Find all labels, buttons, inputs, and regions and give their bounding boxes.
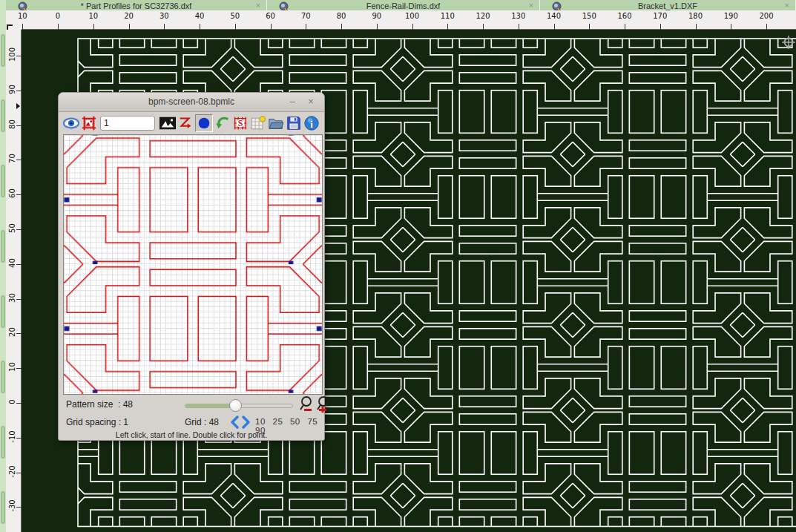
hruler-label: 0	[56, 12, 60, 20]
panel-strip-button[interactable]	[1, 361, 5, 393]
hruler-tick	[306, 24, 306, 30]
panel-strip-button[interactable]	[1, 34, 5, 67]
hruler-tick	[235, 24, 236, 30]
hruler-label: 20	[124, 12, 134, 20]
vruler-label: 40	[8, 252, 16, 274]
tab-close-icon[interactable]: ×	[529, 0, 533, 10]
horizontal-ruler: 1001020304050607080901001101201301401501…	[22, 10, 796, 30]
panel-strip-button[interactable]	[1, 426, 5, 459]
hruler-tick	[271, 24, 272, 30]
vruler-tick	[16, 264, 22, 265]
dialog-title: bpm-screen-08.bpmlc	[59, 93, 324, 111]
vruler-label: 30	[8, 286, 16, 309]
image-crop-icon[interactable]	[81, 115, 97, 131]
panel-strip-button[interactable]	[1, 165, 5, 197]
hruler-label: 40	[195, 12, 205, 20]
pattern-preview[interactable]	[63, 134, 323, 395]
hruler-label: 90	[372, 12, 381, 20]
dialog-titlebar[interactable]: bpm-screen-08.bpmlc – ×	[59, 93, 324, 112]
hruler-label: 200	[759, 12, 773, 20]
tab-close-icon[interactable]: ×	[785, 0, 789, 10]
new-grid-icon[interactable]	[250, 115, 266, 131]
hruler-tick	[58, 24, 59, 30]
vruler-label: 20	[8, 321, 16, 344]
dialog-status-text: Left click, start of line. Double click …	[59, 430, 324, 439]
zoom-in-icon[interactable]	[315, 395, 331, 413]
hruler-label: 110	[441, 12, 455, 20]
hruler-label: 60	[266, 12, 275, 20]
grid-decrease-chevron[interactable]	[229, 416, 240, 429]
panel-strip-button[interactable]	[1, 295, 5, 328]
vruler-tick	[16, 333, 22, 334]
vruler-tick	[16, 229, 22, 230]
tab-title: * Part Profiles for SC32736.dxf	[81, 1, 192, 11]
hruler-label: 150	[582, 12, 596, 20]
vruler-tick	[16, 160, 22, 160]
vruler-label: 10	[8, 356, 16, 378]
panel-strip-button[interactable]	[1, 99, 5, 132]
undo-icon[interactable]	[214, 115, 231, 131]
hruler-tick	[377, 24, 378, 30]
vruler-label: -20	[8, 460, 16, 482]
grid-row: Grid spacing : 1 Grid : 48 10 25 50 75 9…	[65, 414, 320, 430]
visibility-eye-icon[interactable]	[63, 115, 79, 131]
minimize-button[interactable]: –	[286, 93, 299, 111]
hruler-tick	[200, 24, 200, 30]
hruler-label: 30	[159, 12, 169, 20]
vruler-tick	[16, 403, 22, 404]
hruler-label: 190	[724, 12, 738, 20]
document-icon	[552, 1, 562, 10]
stitch-pattern-icon[interactable]: S	[232, 115, 249, 131]
hruler-tick	[625, 24, 625, 30]
vruler-tick	[16, 299, 22, 300]
vruler-tick	[16, 194, 22, 195]
hruler-tick	[129, 24, 130, 30]
open-file-icon[interactable]	[268, 115, 284, 131]
point-tool-icon[interactable]	[195, 114, 213, 132]
info-icon[interactable]: i	[303, 115, 320, 131]
vruler-tick	[16, 473, 22, 473]
hruler-tick	[412, 24, 413, 30]
hruler-tick	[22, 24, 23, 30]
pattern-editor-dialog[interactable]: bpm-screen-08.bpmlc – × Si Pattern size …	[58, 92, 325, 441]
tab-3[interactable]: Bracket_v1.DXF×	[540, 0, 796, 10]
zoom-out-icon[interactable]	[299, 395, 315, 413]
vruler-label: 0	[8, 391, 16, 413]
hruler-tick	[731, 24, 731, 30]
pattern-size-row: Pattern size : 48	[65, 395, 320, 414]
vruler-tick	[16, 368, 22, 369]
hruler-label: 100	[405, 12, 419, 20]
image-preview-icon[interactable]	[159, 115, 176, 131]
panel-strip-button[interactable]	[1, 491, 5, 524]
save-file-icon[interactable]	[286, 115, 302, 131]
ruler-position-marker	[16, 103, 20, 109]
vruler-tick	[16, 125, 22, 126]
hruler-tick	[696, 24, 697, 30]
pattern-size-slider-handle[interactable]	[229, 399, 242, 412]
tab-2[interactable]: Fence-Rail-Dims.dxf×	[267, 0, 540, 10]
close-button[interactable]: ×	[304, 93, 318, 111]
panel-strip-button[interactable]	[1, 230, 5, 263]
hruler-label: 130	[511, 12, 525, 20]
hruler-label: 160	[617, 12, 631, 20]
hruler-tick	[93, 24, 94, 30]
hruler-tick	[766, 24, 767, 30]
hruler-tick	[164, 24, 165, 30]
pattern-size-label: Pattern size : 48	[66, 399, 133, 410]
application-window: * Part Profiles for SC32736.dxf×Fence-Ra…	[0, 0, 796, 532]
hruler-label: 180	[688, 12, 703, 20]
document-icon	[18, 1, 27, 10]
tab-close-icon[interactable]: ×	[256, 0, 260, 10]
dialog-toolbar: Si	[59, 112, 324, 134]
hruler-tick	[447, 24, 448, 30]
hruler-label: 10	[18, 12, 27, 20]
tab-1[interactable]: * Part Profiles for SC32736.dxf×	[6, 0, 267, 10]
polyline-tool-icon[interactable]	[177, 115, 194, 131]
grid-increase-chevron[interactable]	[241, 416, 251, 429]
rotation-crosshair-icon	[782, 36, 795, 49]
scale-input[interactable]	[100, 116, 155, 131]
hruler-label: 120	[476, 12, 490, 20]
grid-spacing-label: Grid spacing : 1	[66, 417, 128, 427]
vruler-label: -30	[8, 495, 16, 517]
tab-title: Bracket_v1.DXF	[638, 1, 697, 11]
